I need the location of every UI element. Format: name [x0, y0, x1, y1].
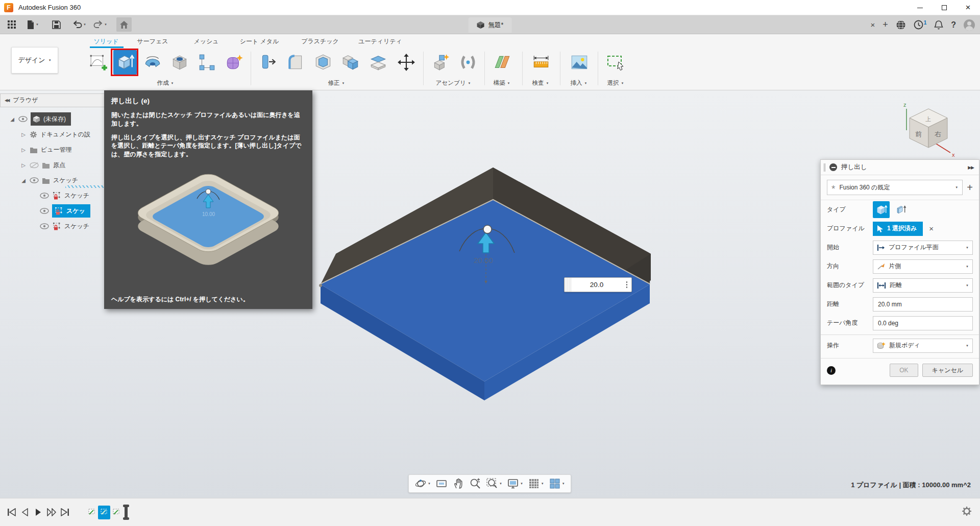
tab-surface[interactable]: サーフェス: [137, 37, 168, 46]
undo-button[interactable]: ▼: [70, 17, 88, 32]
selected-sketch-row[interactable]: スケッ: [52, 204, 90, 218]
clear-selection-button[interactable]: ×: [929, 224, 934, 233]
revolve-button[interactable]: [141, 50, 164, 75]
distance-field[interactable]: 20.0 mm: [873, 297, 973, 312]
taper-angle-field[interactable]: 0.0 deg: [873, 316, 973, 330]
browser-row-sketch-2-selected[interactable]: スケッ: [40, 204, 90, 218]
start-dropdown[interactable]: プロファイル平面 ▼: [873, 241, 973, 255]
extrude-type-thin-button[interactable]: [893, 201, 910, 218]
hidden-eye-icon[interactable]: [30, 162, 39, 169]
preset-dropdown[interactable]: * Fusion 360 の既定 ▼: [827, 180, 963, 195]
extrude-type-solid-button[interactable]: [873, 201, 890, 218]
tab-mesh[interactable]: メッシュ: [193, 37, 218, 46]
collapse-browser-icon[interactable]: ◀◀: [5, 98, 9, 103]
close-document-button[interactable]: ×: [870, 20, 875, 29]
hole-button[interactable]: [168, 50, 191, 75]
group-label-inspect[interactable]: 検査▼: [532, 79, 549, 87]
press-pull-button[interactable]: [256, 50, 280, 75]
combine-button[interactable]: [339, 50, 362, 75]
visibility-eye-icon[interactable]: [40, 208, 49, 214]
timeline-position-slider[interactable]: [125, 505, 128, 520]
redo-button[interactable]: ▼: [91, 17, 109, 32]
root-document-selected[interactable]: (未保存): [31, 112, 71, 126]
tab-sheet-metal[interactable]: シート メタル: [240, 37, 279, 46]
display-settings-button[interactable]: ▼: [505, 476, 525, 491]
grid-snap-button[interactable]: ▼: [526, 476, 546, 491]
new-component-button[interactable]: [429, 50, 452, 75]
group-label-construct[interactable]: 構築▼: [494, 79, 510, 87]
group-label-create[interactable]: 作成▼: [157, 79, 174, 87]
timeline-go-start-button[interactable]: [5, 506, 18, 519]
input-drag-handle[interactable]: [565, 278, 571, 292]
tab-plastic[interactable]: プラスチック: [301, 37, 339, 46]
expand-icon[interactable]: ▷: [20, 132, 27, 137]
job-status-button[interactable]: 1: [914, 20, 927, 30]
home-view-button[interactable]: [116, 17, 132, 32]
ok-button[interactable]: OK: [890, 364, 918, 377]
document-tab[interactable]: 無題*: [469, 17, 512, 33]
timeline-step-forward-button[interactable]: [45, 506, 58, 519]
viewport-canvas[interactable]: 20.00 z x 上 前 右 ◀◀ ブラウザ ◢: [0, 90, 980, 498]
expand-icon[interactable]: ◢: [20, 178, 27, 183]
tab-utilities[interactable]: ユーティリティ: [358, 37, 402, 46]
group-label-select[interactable]: 選択▼: [607, 79, 624, 87]
close-button[interactable]: ×: [956, 0, 980, 15]
browser-row-view-management[interactable]: ▷ ビュー管理: [20, 142, 72, 157]
measure-button[interactable]: [529, 50, 553, 75]
cancel-button[interactable]: キャンセル: [922, 364, 973, 377]
fit-button[interactable]: ▼: [484, 476, 504, 491]
construct-plane-button[interactable]: [491, 50, 514, 75]
browser-row-sketches-folder[interactable]: ◢ スケッチ: [20, 173, 78, 187]
visibility-eye-icon[interactable]: [18, 116, 28, 122]
form-button[interactable]: [223, 50, 246, 75]
visibility-eye-icon[interactable]: [40, 193, 49, 199]
timeline-step-back-button[interactable]: [18, 506, 32, 519]
web-globe-icon[interactable]: [896, 20, 906, 30]
orbit-button[interactable]: ▼: [413, 476, 432, 491]
move-copy-button[interactable]: [395, 50, 418, 75]
insert-image-button[interactable]: [568, 50, 591, 75]
view-cube[interactable]: z x 上 前 右: [899, 101, 958, 159]
timeline-go-end-button[interactable]: [58, 506, 71, 519]
timeline-play-button[interactable]: [32, 506, 45, 519]
expand-icon[interactable]: ▷: [20, 162, 27, 168]
pattern-button[interactable]: [195, 50, 218, 75]
minimize-button[interactable]: [908, 0, 932, 15]
viewports-button[interactable]: ▼: [547, 476, 567, 491]
select-button[interactable]: [604, 50, 628, 75]
extrude-button[interactable]: [113, 50, 137, 75]
profile-selection-chip[interactable]: 1 選択済み: [873, 222, 923, 236]
dock-panel-icon[interactable]: ▶▶: [968, 165, 974, 170]
direction-dropdown[interactable]: 片側 ▼: [873, 259, 973, 274]
new-document-button[interactable]: +: [883, 19, 888, 30]
maximize-button[interactable]: [932, 0, 956, 15]
group-label-modify[interactable]: 修正▼: [328, 79, 345, 87]
distance-input-value[interactable]: 20.0: [571, 278, 622, 292]
look-at-button[interactable]: [434, 476, 449, 491]
browser-row-sketch-1[interactable]: スケッチ: [40, 188, 89, 203]
offset-face-button[interactable]: [366, 50, 390, 75]
joint-button[interactable]: [456, 50, 480, 75]
expand-icon[interactable]: ◢: [9, 116, 15, 122]
expand-icon[interactable]: ▷: [20, 147, 27, 153]
tab-solid[interactable]: ソリッド: [93, 37, 118, 46]
save-button[interactable]: [49, 17, 64, 32]
timeline-feature-sketch-1[interactable]: [86, 506, 98, 519]
add-preset-button[interactable]: +: [967, 182, 973, 194]
group-label-insert[interactable]: 挿入▼: [571, 79, 587, 87]
app-grid-button[interactable]: [4, 17, 19, 32]
notifications-bell-icon[interactable]: [934, 20, 943, 30]
group-label-assemble[interactable]: アセンブリ▼: [436, 79, 471, 87]
browser-row-origin[interactable]: ▷ 原点: [20, 158, 65, 172]
help-button[interactable]: ?: [951, 20, 956, 30]
browser-row-sketch-3[interactable]: スケッチ: [40, 219, 89, 233]
visibility-eye-icon[interactable]: [30, 177, 39, 183]
file-menu-button[interactable]: ▼: [24, 17, 41, 32]
fillet-button[interactable]: [284, 50, 307, 75]
extent-type-dropdown[interactable]: 距離 ▼: [873, 278, 973, 293]
workspace-selector[interactable]: デザイン ▼: [11, 47, 58, 74]
zoom-button[interactable]: [468, 476, 483, 491]
browser-header[interactable]: ◀◀ ブラウザ: [0, 93, 106, 107]
user-avatar[interactable]: [964, 19, 975, 31]
dialog-header[interactable]: 押し出し ▶▶: [821, 160, 979, 175]
